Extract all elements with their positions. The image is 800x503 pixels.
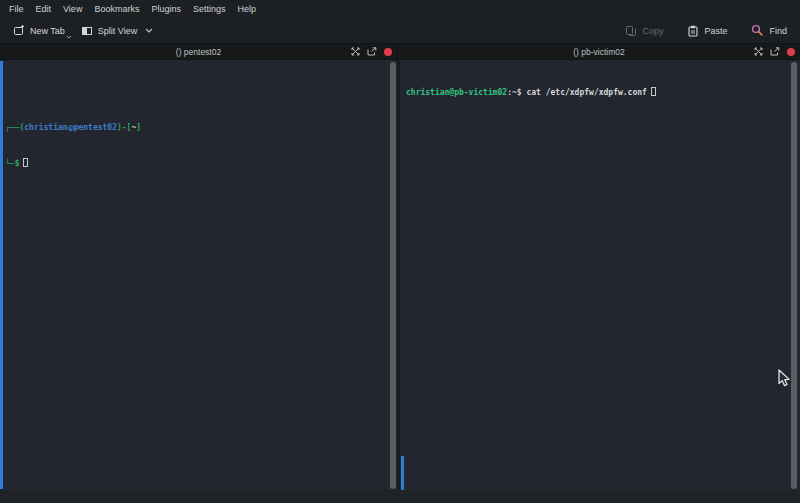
split-view-icon xyxy=(81,25,93,37)
copy-label: Copy xyxy=(642,26,663,36)
new-tab-label: New Tab xyxy=(30,26,65,36)
menu-edit[interactable]: Edit xyxy=(30,2,58,16)
terminal-pane-right[interactable]: christian@pb-victim02:~$ cat /etc/xdpfw/… xyxy=(400,60,800,502)
menu-file[interactable]: File xyxy=(3,2,30,16)
maximize-view-icon[interactable] xyxy=(754,47,763,56)
split-header-left[interactable]: () pentest02 xyxy=(0,44,397,59)
scrollbar[interactable] xyxy=(791,62,797,489)
prompt-line-2: └─$ xyxy=(5,158,141,170)
split-header-left-icons xyxy=(351,44,392,59)
find-label: Find xyxy=(769,26,787,36)
tab-new-icon xyxy=(13,25,25,37)
close-view-button[interactable] xyxy=(384,48,392,56)
split-header-right-icons xyxy=(754,44,795,59)
menu-plugins[interactable]: Plugins xyxy=(145,2,187,16)
menu-view[interactable]: View xyxy=(57,2,88,16)
terminal-output-left: ┌──(christian@pentest02)-[~] └─$ xyxy=(5,62,141,194)
text-cursor xyxy=(23,158,28,167)
close-view-button[interactable] xyxy=(787,48,795,56)
scroll-activity-indicator xyxy=(0,61,3,489)
chevron-down-icon xyxy=(66,35,72,39)
chevron-down-icon xyxy=(145,28,153,33)
find-button[interactable]: Find xyxy=(746,21,792,40)
scroll-activity-indicator xyxy=(401,456,404,490)
prompt-line-1: ┌──(christian@pentest02)-[~] xyxy=(5,122,141,134)
split-headers: () pentest02 () pb-victim02 xyxy=(0,43,800,60)
terminal-output-right: christian@pb-victim02:~$ cat /etc/xdpfw/… xyxy=(406,63,656,123)
split-view-button[interactable]: Split View xyxy=(76,22,158,40)
copy-button[interactable]: Copy xyxy=(620,22,668,40)
split-view-label: Split View xyxy=(98,26,137,36)
detach-view-icon[interactable] xyxy=(367,47,377,56)
copy-icon xyxy=(625,25,637,37)
maximize-view-icon[interactable] xyxy=(351,47,360,56)
paste-button[interactable]: Paste xyxy=(682,22,732,40)
terminal-pane-left[interactable]: ┌──(christian@pentest02)-[~] └─$ xyxy=(0,60,397,502)
paste-label: Paste xyxy=(704,26,727,36)
new-tab-button[interactable]: New Tab xyxy=(8,22,70,40)
split-title-right: () pb-victim02 xyxy=(573,47,624,57)
split-title-left: () pentest02 xyxy=(176,47,221,57)
paste-icon xyxy=(687,25,699,37)
terminal-blank-line xyxy=(5,86,141,98)
menu-bookmarks[interactable]: Bookmarks xyxy=(88,2,145,16)
menu-settings[interactable]: Settings xyxy=(187,2,232,16)
toolbar: New Tab Split View xyxy=(0,18,800,43)
window-bottom-edge xyxy=(0,490,800,502)
detach-view-icon[interactable] xyxy=(770,47,780,56)
split-header-right[interactable]: () pb-victim02 xyxy=(397,44,800,59)
menu-help[interactable]: Help xyxy=(231,2,262,16)
menubar: File Edit View Bookmarks Plugins Setting… xyxy=(0,0,800,18)
prompt-line: christian@pb-victim02:~$ cat /etc/xdpfw/… xyxy=(406,87,656,99)
scrollbar[interactable] xyxy=(390,62,396,489)
konsole-window: File Edit View Bookmarks Plugins Setting… xyxy=(0,0,800,503)
find-icon xyxy=(751,24,764,37)
toolbar-right-group: Copy Paste xyxy=(606,21,792,40)
terminal-panes: ┌──(christian@pentest02)-[~] └─$ christi… xyxy=(0,60,800,502)
text-cursor xyxy=(651,87,656,96)
